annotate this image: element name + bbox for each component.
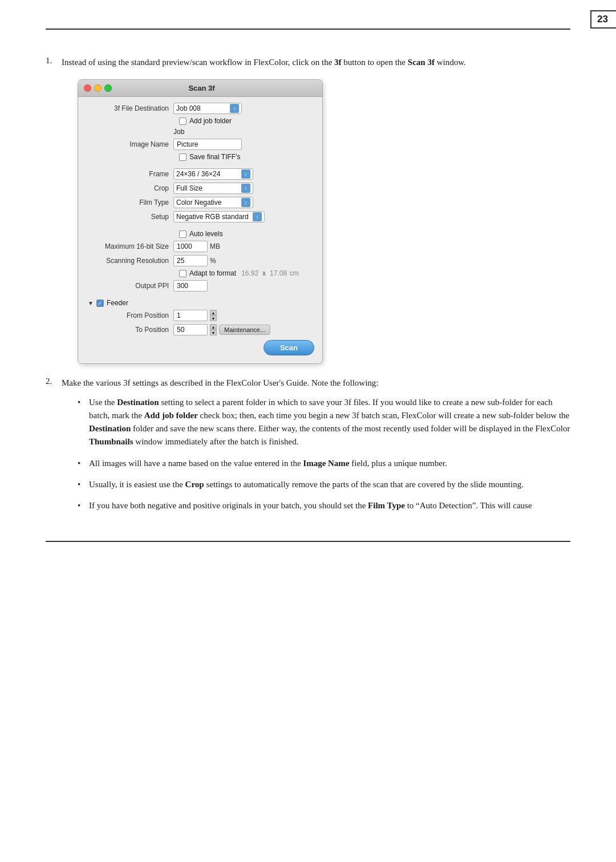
- output-ppi-row: Output PPI 300: [85, 280, 315, 292]
- adapt-format-check-area[interactable]: Adapt to format 16.92 x 17.08 cm: [173, 269, 299, 277]
- save-tiff-checkbox[interactable]: [179, 153, 187, 161]
- scanning-res-row: Scanning Resolution 25 %: [85, 255, 315, 266]
- frame-control[interactable]: 24×36 / 36×24 ↕: [173, 168, 315, 180]
- frame-select[interactable]: 24×36 / 36×24 ↕: [173, 168, 253, 180]
- setup-row: Setup Negative RGB standard ↕: [85, 211, 315, 222]
- film-type-row: Film Type Color Negative ↕: [85, 197, 315, 208]
- auto-levels-label: Auto levels: [189, 230, 223, 238]
- bold-scan3f: Scan 3f: [408, 58, 435, 67]
- list-item-3: Instead of using the standard preview/sc…: [46, 56, 570, 364]
- close-btn[interactable]: [84, 84, 91, 92]
- feeder-triangle[interactable]: ▼: [88, 300, 94, 306]
- adapt-format-row: Adapt to format 16.92 x 17.08 cm: [85, 269, 315, 277]
- film-type-select[interactable]: Color Negative ↕: [173, 197, 253, 208]
- item3-text: Instead of using the standard preview/sc…: [62, 56, 570, 69]
- from-pos-down[interactable]: ▼: [210, 315, 217, 321]
- maintenance-button[interactable]: Maintenance...: [219, 325, 270, 335]
- crop-arrow: ↕: [241, 184, 250, 193]
- list-item-4: Make the various 3f settings as describe…: [46, 377, 570, 512]
- to-position-control[interactable]: 50 ▲ ▼ Maintenance...: [173, 324, 315, 335]
- bullet-item-1: Use the Destination setting to select a …: [78, 396, 570, 449]
- feeder-checkbox[interactable]: ✓: [96, 300, 104, 307]
- image-name-control[interactable]: Picture: [173, 139, 315, 150]
- image-name-input[interactable]: Picture: [173, 139, 242, 150]
- job-sublabel-row: Job: [85, 128, 315, 136]
- feeder-section: ▼ ✓ Feeder: [85, 299, 315, 307]
- output-ppi-label: Output PPI: [85, 282, 173, 290]
- file-destination-control[interactable]: Job 008 ↕: [173, 103, 315, 114]
- numbered-list: Instead of using the standard preview/sc…: [46, 56, 570, 512]
- scan-button[interactable]: Scan: [264, 340, 314, 355]
- job-sublabel-area: Job: [173, 128, 315, 136]
- titlebar-buttons: [84, 84, 112, 92]
- to-pos-down[interactable]: ▼: [210, 330, 217, 335]
- to-pos-up[interactable]: ▲: [210, 324, 217, 330]
- maximize-btn[interactable]: [104, 84, 112, 92]
- from-position-row: From Position 1 ▲ ▼: [85, 310, 315, 321]
- scanning-res-control[interactable]: 25 %: [173, 255, 315, 266]
- bullet-list: Use the Destination setting to select a …: [78, 396, 570, 513]
- bold-thumbnails: Thumbnails: [89, 437, 133, 446]
- auto-levels-checkbox[interactable]: [179, 230, 187, 238]
- output-ppi-input[interactable]: 300: [173, 280, 208, 292]
- from-position-input[interactable]: 1: [173, 310, 208, 321]
- save-tiff-row: Save final TIFF's: [85, 153, 315, 161]
- frame-row: Frame 24×36 / 36×24 ↕: [85, 168, 315, 180]
- to-position-row: To Position 50 ▲ ▼ Maintenance...: [85, 324, 315, 335]
- scanning-res-unit: %: [210, 257, 216, 265]
- setup-arrow: ↕: [253, 212, 262, 221]
- top-rule: [46, 29, 570, 30]
- add-job-folder-label: Add job folder: [189, 117, 232, 125]
- x-separator: x: [261, 269, 267, 277]
- page-container: 23 Instead of using the standard preview…: [0, 0, 616, 862]
- auto-levels-row: Auto levels: [85, 230, 315, 238]
- file-destination-arrow: ↕: [230, 104, 239, 113]
- setup-control[interactable]: Negative RGB standard ↕: [173, 211, 315, 222]
- bold-film-type: Film Type: [368, 501, 405, 510]
- scanning-res-label: Scanning Resolution: [85, 257, 173, 265]
- output-ppi-control[interactable]: 300: [173, 280, 315, 292]
- max-16bit-unit: MB: [210, 242, 220, 250]
- auto-levels-check-area[interactable]: Auto levels: [173, 230, 223, 238]
- bold-add-job: Add job folder: [144, 411, 198, 420]
- bullet-item-3: Usually, it is easiest use the Crop sett…: [78, 478, 570, 491]
- scanning-res-input[interactable]: 25: [173, 255, 208, 266]
- from-position-spinner[interactable]: ▲ ▼: [210, 310, 217, 321]
- file-destination-row: 3f File Destination Job 008 ↕: [85, 103, 315, 114]
- dim-unit: cm: [290, 269, 299, 277]
- file-destination-select[interactable]: Job 008 ↕: [173, 103, 242, 114]
- adapt-format-label: Adapt to format: [189, 269, 236, 277]
- crop-label: Crop: [85, 184, 173, 192]
- max-16bit-control[interactable]: 1000 MB: [173, 241, 315, 252]
- adapt-format-checkbox[interactable]: [179, 270, 187, 277]
- from-position-control[interactable]: 1 ▲ ▼: [173, 310, 315, 321]
- bullet-item-4: If you have both negative and positive o…: [78, 499, 570, 512]
- to-position-spinner[interactable]: ▲ ▼: [210, 324, 217, 335]
- save-tiff-check-area[interactable]: Save final TIFF's: [173, 153, 240, 161]
- job-sublabel-text: Job: [173, 128, 184, 136]
- scan3f-dialog: Scan 3f 3f File Destination Job 008 ↕: [78, 79, 323, 364]
- bold-destination: Destination: [117, 398, 159, 407]
- dialog-body: 3f File Destination Job 008 ↕: [78, 97, 322, 363]
- add-job-folder-check-area[interactable]: Add job folder: [173, 117, 232, 125]
- add-job-folder-checkbox[interactable]: [179, 118, 187, 125]
- bold-crop: Crop: [185, 480, 204, 489]
- to-position-input[interactable]: 50: [173, 324, 208, 335]
- feeder-label: Feeder: [107, 299, 128, 307]
- minimize-btn[interactable]: [94, 84, 102, 92]
- film-type-label: Film Type: [85, 199, 173, 207]
- file-destination-label: 3f File Destination: [85, 104, 173, 112]
- content-area: Instead of using the standard preview/sc…: [46, 50, 570, 512]
- film-type-control[interactable]: Color Negative ↕: [173, 197, 315, 208]
- crop-select[interactable]: Full Size ↕: [173, 183, 253, 194]
- dialog-titlebar: Scan 3f: [78, 80, 322, 97]
- from-pos-up[interactable]: ▲: [210, 310, 217, 315]
- max-16bit-row: Maximum 16-bit Size 1000 MB: [85, 241, 315, 252]
- bullet-item-2: All images will have a name based on the…: [78, 457, 570, 470]
- bottom-rule: [46, 541, 570, 542]
- crop-control[interactable]: Full Size ↕: [173, 183, 315, 194]
- max-16bit-input[interactable]: 1000: [173, 241, 208, 252]
- setup-select[interactable]: Negative RGB standard ↕: [173, 211, 265, 222]
- dialog-title: Scan 3f: [116, 84, 287, 92]
- to-position-label: To Position: [85, 326, 173, 334]
